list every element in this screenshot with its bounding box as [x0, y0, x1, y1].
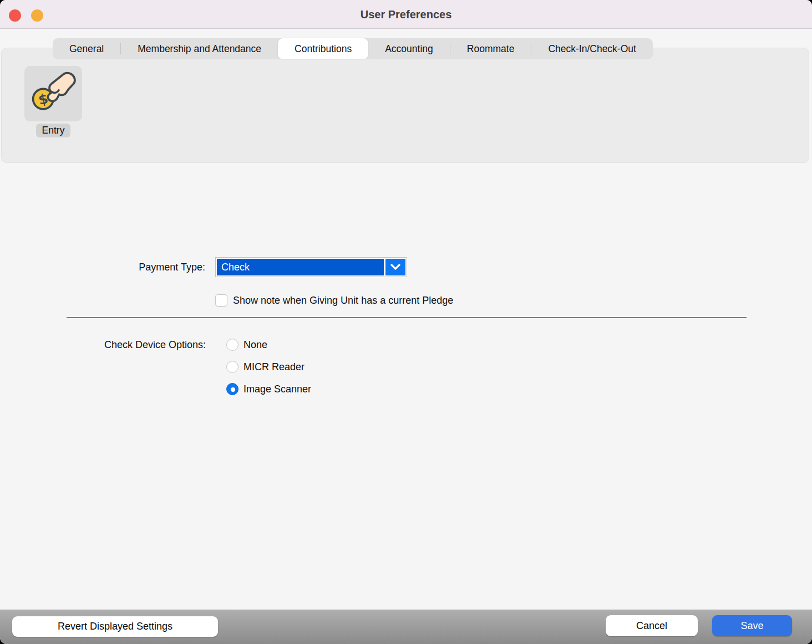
- radio-row-micr-reader[interactable]: MICR Reader: [226, 356, 311, 378]
- show-note-checkbox[interactable]: [215, 294, 227, 306]
- radio-none[interactable]: [226, 339, 238, 351]
- radio-row-image-scanner[interactable]: Image Scanner: [226, 378, 311, 400]
- tab-general[interactable]: General: [53, 38, 120, 59]
- radio-image-scanner[interactable]: [226, 383, 238, 395]
- radio-none-label: None: [243, 339, 267, 351]
- toolbar-panel: [1, 48, 809, 163]
- radio-micr-reader[interactable]: [226, 361, 238, 373]
- preferences-tab-bar: General Membership and Attendance Contri…: [53, 38, 653, 59]
- tab-membership-and-attendance[interactable]: Membership and Attendance: [121, 38, 278, 59]
- show-note-row: Show note when Giving Unit has a current…: [215, 294, 453, 307]
- cancel-button[interactable]: Cancel: [606, 615, 698, 636]
- window-title: User Preferences: [0, 0, 812, 29]
- user-preferences-window: User Preferences General Membership and …: [0, 0, 812, 644]
- tab-contributions[interactable]: Contributions: [278, 38, 368, 59]
- section-divider: [67, 317, 747, 318]
- revert-displayed-settings-button[interactable]: Revert Displayed Settings: [12, 616, 218, 637]
- save-button[interactable]: Save: [712, 615, 792, 636]
- payment-type-label: Payment Type:: [0, 257, 205, 277]
- radio-image-scanner-label: Image Scanner: [243, 384, 311, 395]
- chevron-down-icon: [390, 262, 400, 272]
- radio-row-none[interactable]: None: [226, 334, 311, 356]
- combobox-dropdown-button[interactable]: [385, 259, 405, 275]
- hand-dropping-coin-icon: $: [29, 69, 77, 118]
- tab-accounting[interactable]: Accounting: [368, 38, 450, 59]
- entry-toolbar-button[interactable]: $: [24, 66, 82, 121]
- tab-check-in-check-out[interactable]: Check-In/Check-Out: [531, 38, 653, 59]
- entry-label-wrap: Entry: [13, 124, 93, 137]
- radio-micr-reader-label: MICR Reader: [243, 361, 304, 373]
- bottom-button-bar: Revert Displayed Settings Cancel Save: [0, 610, 812, 644]
- check-device-options-label: Check Device Options:: [0, 334, 206, 356]
- payment-type-combobox[interactable]: Check: [215, 257, 407, 277]
- content-area: General Membership and Attendance Contri…: [0, 29, 812, 610]
- tab-roommate[interactable]: Roommate: [450, 38, 531, 59]
- entry-label: Entry: [36, 124, 71, 137]
- payment-type-selected-value[interactable]: Check: [217, 259, 384, 275]
- show-note-label: Show note when Giving Unit has a current…: [233, 295, 453, 306]
- title-bar: User Preferences: [0, 0, 812, 29]
- check-device-options-group: None MICR Reader Image Scanner: [226, 334, 311, 400]
